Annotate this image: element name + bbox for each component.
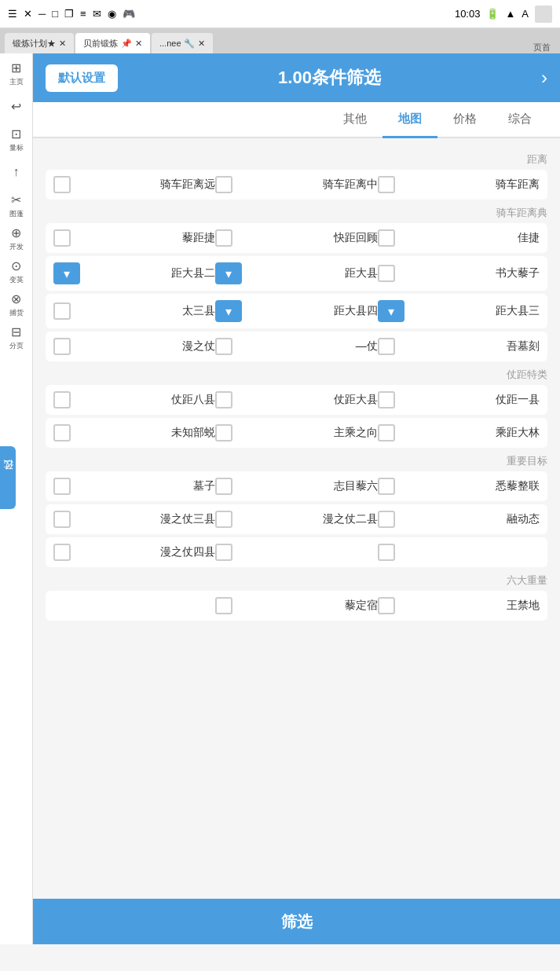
tab-close-2[interactable]: ✕ <box>135 38 142 49</box>
tab-close-1[interactable]: ✕ <box>59 38 66 49</box>
check-b9[interactable] <box>53 302 71 320</box>
tab-close-3[interactable]: ✕ <box>198 38 205 49</box>
check-s3[interactable] <box>53 391 71 409</box>
check-t6[interactable] <box>53 511 71 528</box>
check-b11[interactable] <box>215 338 232 355</box>
check-s6[interactable] <box>53 424 71 442</box>
check-t1[interactable] <box>378 478 395 495</box>
max-icon[interactable]: □ <box>52 8 58 20</box>
filter-label-s5: 主乘之向 <box>237 426 377 440</box>
check-b4[interactable] <box>378 265 395 282</box>
filter-label-d2: 骑车距离中 <box>237 178 377 192</box>
filter-label-s2: 仗距大县 <box>237 393 377 407</box>
filter-item-b12: 漫之仗 <box>53 338 215 355</box>
check-g2[interactable] <box>215 597 232 614</box>
filter-item-b3: 藜距捷 <box>53 229 215 247</box>
status-left: ☰ ✕ ─ □ ❐ ≡ ✉ ◉ 🎮 <box>8 8 135 20</box>
next-arrow-button[interactable]: › <box>541 67 547 89</box>
check-s1[interactable] <box>378 391 395 409</box>
page-title: 1.00条件筛选 <box>278 66 381 90</box>
check-s2[interactable] <box>215 391 232 409</box>
check-b3[interactable] <box>53 229 71 247</box>
sidebar-back[interactable]: ↩ <box>2 93 31 121</box>
check-s4[interactable] <box>378 424 395 442</box>
check-s5[interactable] <box>215 424 232 442</box>
change-icon: ⊙ <box>11 258 21 273</box>
up-icon: ↑ <box>13 165 20 179</box>
content-area: 默认设置 1.00条件筛选 › 综合 价格 地图 其他 距离 <box>33 53 560 944</box>
status-bar: ☰ ✕ ─ □ ❐ ≡ ✉ ◉ 🎮 10:03 🔋 ▲ A <box>0 0 560 28</box>
tab-nav-price[interactable]: 价格 <box>437 102 492 138</box>
filter-item-b10: 吾墓刻 <box>378 338 540 355</box>
restore-icon[interactable]: ❐ <box>64 8 74 20</box>
filter-row-distance-1: 骑车距离 骑车距离中 骑车距离远 <box>46 170 547 200</box>
menu-icon[interactable]: ☰ <box>8 8 17 20</box>
check-d1[interactable] <box>378 176 395 193</box>
sidebar-measure[interactable]: ⊡ 量标 <box>2 126 31 154</box>
filter-row-special-2: 乘距大林 主乘之向 未知部蜕 <box>46 418 547 448</box>
section-label-big: 六大重量 <box>46 573 547 588</box>
filter-row-bike-2: 书大藜子 距大县 ▾ 距大县二 ▾ <box>46 256 547 291</box>
filter-item-g1: 王禁地 <box>378 597 540 614</box>
sidebar-dev[interactable]: ⊕ 开发 <box>2 225 31 253</box>
close-icon[interactable]: ✕ <box>24 8 32 20</box>
pages-icon: ⊟ <box>11 324 21 339</box>
select-b7[interactable]: ▾ <box>378 300 404 322</box>
check-t7[interactable] <box>378 544 395 561</box>
bottom-bar[interactable]: 筛选 <box>33 899 560 944</box>
check-b12[interactable] <box>53 338 71 355</box>
filter-label-g2: 藜定宿 <box>237 599 377 613</box>
check-t5[interactable] <box>215 511 232 528</box>
left-edge-tab[interactable]: 仗乙 <box>0 446 16 509</box>
select-b6[interactable]: ▾ <box>53 262 80 284</box>
check-b2[interactable] <box>215 229 232 247</box>
check-t4[interactable] <box>378 511 395 528</box>
tab-beiqian[interactable]: 贝前锻炼 📌 ✕ <box>75 33 150 53</box>
check-t3[interactable] <box>53 478 71 495</box>
select-b5[interactable]: ▾ <box>215 262 242 284</box>
main-layout: ⊞ 主页 ↩ ⊡ 量标 ↑ ✂ 图蓬 ⊕ 开发 ⊙ 变英 ⊗ 捕货 ⊟ <box>0 53 560 944</box>
battery-icon: 🔋 <box>486 8 499 20</box>
sidebar-change[interactable]: ⊙ 变英 <box>2 258 31 286</box>
filter-label-b6: 距大县二 <box>85 266 215 280</box>
check-g1[interactable] <box>378 597 395 614</box>
sidebar-home[interactable]: ⊞ 主页 <box>2 60 31 88</box>
sidebar-up[interactable]: ↑ <box>2 159 31 187</box>
sidebar-label-home: 主页 <box>9 77 24 87</box>
tab-bar: 锻炼计划★ ✕ 贝前锻炼 📌 ✕ ...nee 🔧 ✕ 页首 <box>0 28 560 53</box>
check-d2[interactable] <box>215 176 232 193</box>
filter-item-t9: 漫之仗四县 <box>53 544 215 561</box>
check-t2[interactable] <box>215 478 232 495</box>
tab-nav-map[interactable]: 地图 <box>382 102 437 138</box>
filter-item-b2: 快距回顾 <box>215 229 377 247</box>
select-b8[interactable]: ▾ <box>215 300 242 322</box>
tab-workout-plan[interactable]: 锻炼计划★ ✕ <box>5 33 74 53</box>
sidebar-scissors[interactable]: ✂ 图蓬 <box>2 192 31 220</box>
filter-label-b1: 佳捷 <box>400 231 540 245</box>
filter-item-t6: 漫之仗三县 <box>53 511 215 528</box>
sidebar-capture[interactable]: ⊗ 捕货 <box>2 291 31 319</box>
tab-nav-comprehensive[interactable]: 综合 <box>492 102 547 138</box>
filter-label-b4: 书大藜子 <box>400 266 540 280</box>
tab-nav-other[interactable]: 其他 <box>328 102 382 138</box>
check-t9[interactable] <box>53 544 71 561</box>
white-box <box>535 5 552 23</box>
filter-label-b3: 藜距捷 <box>75 231 215 245</box>
filter-item-t4: 融动态 <box>378 511 540 528</box>
tab-label-2: 贝前锻炼 <box>83 38 118 49</box>
check-b10[interactable] <box>378 338 395 355</box>
sidebar-label-pages: 分页 <box>9 341 24 351</box>
filter-label-b2: 快距回顾 <box>237 231 377 245</box>
tab-label-3: ...nee 🔧 <box>159 38 195 49</box>
tab-other[interactable]: ...nee 🔧 ✕ <box>152 33 213 53</box>
menu2-icon[interactable]: ≡ <box>80 8 86 20</box>
filter-label-s3: 仗距八县 <box>75 393 215 407</box>
sidebar-pages[interactable]: ⊟ 分页 <box>2 324 31 352</box>
filter-item-s4: 乘距大林 <box>378 424 540 442</box>
check-d3[interactable] <box>53 176 71 193</box>
check-t8[interactable] <box>215 544 232 561</box>
min-icon[interactable]: ─ <box>38 8 46 20</box>
filter-item-b1: 佳捷 <box>378 229 540 247</box>
default-settings-button[interactable]: 默认设置 <box>46 64 118 92</box>
check-b1[interactable] <box>378 229 395 247</box>
